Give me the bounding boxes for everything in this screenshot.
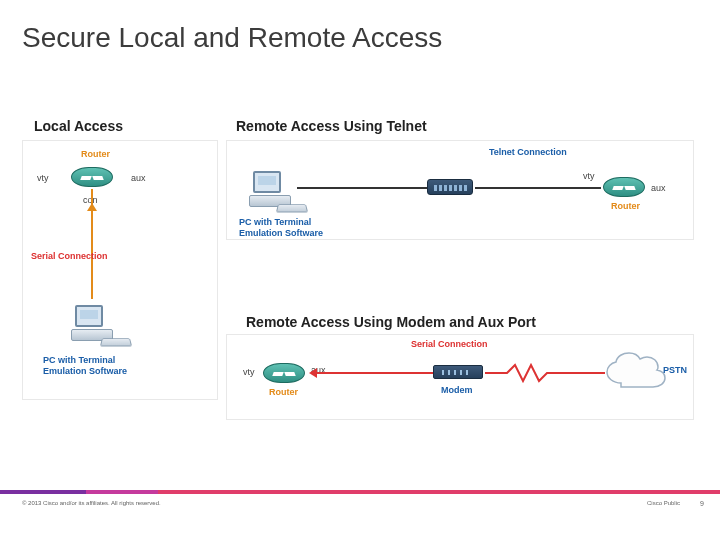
arrow-left-icon: [309, 368, 317, 378]
keyboard-telnet-icon: [276, 204, 308, 212]
copyright-text: © 2013 Cisco and/or its affiliates. All …: [22, 500, 161, 506]
switch-icon: [427, 179, 473, 195]
subhead-modem: Remote Access Using Modem and Aux Port: [246, 314, 536, 330]
panel-telnet: Telnet Connection PC with Terminal Emula…: [226, 140, 694, 240]
router-label: Router: [81, 149, 110, 159]
pc-telnet-label: PC with Terminal Emulation Software: [239, 217, 323, 239]
slide: Secure Local and Remote Access Local Acc…: [0, 0, 720, 540]
link-switch-router: [475, 187, 601, 189]
pc-label: PC with Terminal Emulation Software: [43, 355, 127, 377]
panel-modem: Serial Connection vty aux Router Modem P…: [226, 334, 694, 420]
pstn-label: PSTN: [663, 365, 687, 375]
aux-telnet-label: aux: [651, 183, 666, 193]
router-telnet-icon: [603, 177, 645, 197]
subhead-local: Local Access: [34, 118, 123, 134]
cisco-public-text: Cisco Public: [647, 500, 680, 506]
footer-accent-bar: [0, 490, 720, 494]
arrow-up-icon: [87, 203, 97, 211]
page-title: Secure Local and Remote Access: [22, 22, 442, 54]
link-router-modem: [317, 372, 433, 374]
modem-icon: [433, 365, 483, 379]
subhead-telnet: Remote Access Using Telnet: [236, 118, 427, 134]
aux-label: aux: [131, 173, 146, 183]
zigzag-line-icon: [485, 363, 605, 385]
router-modem-label: Router: [269, 387, 298, 397]
panel-local: Router vty aux con Serial Connection PC …: [22, 140, 218, 400]
router-telnet-label: Router: [611, 201, 640, 211]
vty-modem-label: vty: [243, 367, 255, 377]
serial-label: Serial Connection: [31, 251, 108, 261]
modem-label: Modem: [441, 385, 473, 395]
page-number: 9: [700, 500, 704, 507]
router-icon: [71, 167, 113, 187]
pc-telnet-icon: [249, 171, 291, 207]
vty-label: vty: [37, 173, 49, 183]
router-modem-icon: [263, 363, 305, 383]
vty-telnet-label: vty: [583, 171, 595, 181]
keyboard-icon: [100, 338, 132, 346]
link-pc-switch: [297, 187, 427, 189]
pc-icon: [71, 305, 113, 341]
telnet-conn-label: Telnet Connection: [489, 147, 567, 157]
serial-modem-label: Serial Connection: [411, 339, 488, 349]
